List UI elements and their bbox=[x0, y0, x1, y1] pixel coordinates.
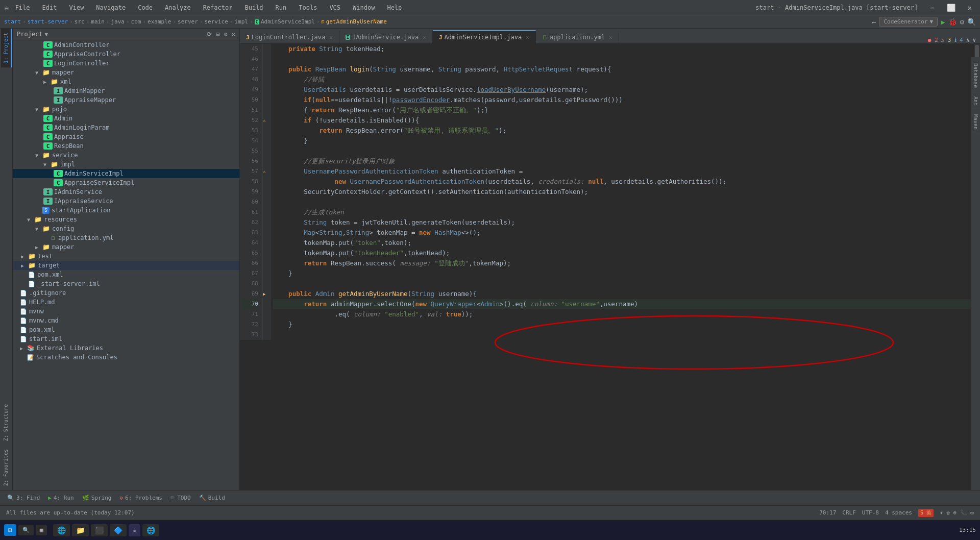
code-editor[interactable]: 45 46 47 48 49 50 51 52 53 54 55 56 57 5… bbox=[240, 44, 980, 490]
menu-help[interactable]: Help bbox=[385, 3, 404, 12]
tree-item-resources[interactable]: ▼ 📁 resources bbox=[13, 215, 239, 224]
tree-item-login-controller[interactable]: C LoginController bbox=[13, 59, 239, 68]
taskbar-vscode[interactable]: 🔷 bbox=[110, 524, 127, 536]
tree-item-respbean[interactable]: C RespBean bbox=[13, 141, 239, 151]
menu-build[interactable]: Build bbox=[242, 3, 265, 12]
taskbar-terminal[interactable]: ⬛ bbox=[91, 524, 108, 536]
find-button[interactable]: 🔍 3: Find bbox=[4, 494, 43, 502]
menu-refactor[interactable]: Refactor bbox=[201, 3, 235, 12]
taskbar-search[interactable]: 🔍 bbox=[18, 525, 34, 535]
tree-item-start-iml[interactable]: 📄 start.iml bbox=[13, 334, 239, 343]
collapse-icon[interactable]: ⊟ bbox=[216, 31, 219, 38]
crumb-impl[interactable]: impl bbox=[234, 18, 248, 25]
crumb-example[interactable]: example bbox=[148, 18, 171, 25]
crumb-com[interactable]: com bbox=[131, 18, 141, 25]
maven-panel[interactable]: Maven bbox=[972, 110, 979, 134]
tab-close-admin[interactable]: ✕ bbox=[526, 34, 529, 41]
crumb-method[interactable]: m getAdminByUserName bbox=[322, 18, 387, 25]
back-icon[interactable]: ← bbox=[872, 18, 876, 26]
tab-application-yml[interactable]: 🗒 application.yml ✕ bbox=[536, 30, 619, 43]
tree-item-admin-controller[interactable]: C AdminController bbox=[13, 40, 239, 50]
tab-login-controller[interactable]: J LoginController.java ✕ bbox=[240, 30, 339, 43]
taskbar-explorer[interactable]: 📁 bbox=[72, 524, 89, 536]
tab-admin-service-impl[interactable]: J AdminServiceImpl.java ✕ bbox=[433, 30, 536, 43]
tree-item-appraise-service-impl[interactable]: C AppraiseServiceImpl bbox=[13, 178, 239, 187]
tree-item-admin-mapper[interactable]: I AdminMapper bbox=[13, 86, 239, 95]
tab-close-login[interactable]: ✕ bbox=[329, 34, 333, 41]
taskbar-edge[interactable]: 🌐 bbox=[53, 524, 70, 536]
line-ending[interactable]: CRLF bbox=[842, 509, 856, 516]
tree-item-help-md[interactable]: 📄 HELP.md bbox=[13, 298, 239, 307]
crumb-java[interactable]: java bbox=[111, 18, 125, 25]
tree-item-scratches[interactable]: 📝 Scratches and Consoles bbox=[13, 353, 239, 362]
menu-view[interactable]: View bbox=[67, 3, 86, 12]
spring-button[interactable]: 🌿 Spring bbox=[79, 494, 115, 502]
tree-item-appraise-controller[interactable]: C AppraiseController bbox=[13, 50, 239, 59]
menu-edit[interactable]: Edit bbox=[40, 3, 59, 12]
tree-item-mapper[interactable]: ▼ 📁 mapper bbox=[13, 68, 239, 77]
sidebar-dropdown[interactable]: ▼ bbox=[45, 31, 48, 38]
crumb-service[interactable]: service bbox=[204, 18, 228, 25]
tree-item-admin-service-impl[interactable]: C AdminServiceImpl bbox=[13, 169, 239, 178]
tab-close-yml[interactable]: ✕ bbox=[609, 34, 612, 41]
tree-item-start-application[interactable]: S startApplication bbox=[13, 206, 239, 215]
crumb-start-server[interactable]: start-server bbox=[28, 18, 68, 25]
nav-up[interactable]: ∧ bbox=[966, 37, 970, 43]
tab-close-iadmin[interactable]: ✕ bbox=[423, 34, 426, 41]
maximize-button[interactable]: ⬜ bbox=[943, 3, 960, 13]
todo-button[interactable]: ≡ TODO bbox=[167, 494, 194, 502]
tree-item-test[interactable]: ▶ 📁 test bbox=[13, 252, 239, 261]
tree-item-admin[interactable]: C Admin bbox=[13, 114, 239, 123]
left-tab-structure[interactable]: Z: Structure bbox=[1, 400, 12, 445]
code-lines[interactable]: private String tokenHead; public RespBea… bbox=[271, 44, 980, 340]
crumb-server[interactable]: server bbox=[178, 18, 198, 25]
problems-button[interactable]: ⊘ 6: Problems bbox=[116, 494, 165, 502]
indent-info[interactable]: 4 spaces bbox=[885, 509, 912, 516]
tree-item-mvnw[interactable]: 📄 mvnw bbox=[13, 307, 239, 316]
tree-item-pom-xml2[interactable]: 📄 pom.xml bbox=[13, 325, 239, 334]
tree-item-gitignore[interactable]: 📄 .gitignore bbox=[13, 288, 239, 298]
sync-icon[interactable]: ⟳ bbox=[207, 31, 212, 38]
tree-item-appraise-mapper[interactable]: I AppraiseMapper bbox=[13, 95, 239, 105]
more-icon[interactable]: ⚙ bbox=[960, 18, 964, 26]
taskbar-view[interactable]: ▦ bbox=[36, 525, 47, 535]
tree-item-pom-xml[interactable]: 📄 pom.xml bbox=[13, 270, 239, 279]
menu-code[interactable]: Code bbox=[136, 3, 155, 12]
tree-item-config[interactable]: ▼ 📁 config bbox=[13, 224, 239, 233]
left-tab-favorites[interactable]: 2: Favorites bbox=[1, 445, 12, 490]
debug-icon[interactable]: 🐞 bbox=[948, 18, 957, 26]
crumb-main[interactable]: main bbox=[91, 18, 105, 25]
tree-item-mapper2[interactable]: ▶ 📁 mapper bbox=[13, 242, 239, 252]
crumb-start[interactable]: start bbox=[4, 18, 21, 25]
minimize-button[interactable]: − bbox=[926, 3, 938, 13]
search-icon[interactable]: 🔍 bbox=[967, 18, 976, 26]
tree-item-appraise[interactable]: C Appraise bbox=[13, 132, 239, 141]
taskbar-intellij[interactable]: ☕ bbox=[129, 524, 140, 536]
tree-item-external-libraries[interactable]: ▶ 📚 External Libraries bbox=[13, 343, 239, 353]
taskbar-chrome[interactable]: 🌐 bbox=[142, 524, 159, 536]
tree-item-target[interactable]: ▶ 📁 target bbox=[13, 261, 239, 270]
tree-item-iadmin-service[interactable]: I IAdminService bbox=[13, 187, 239, 197]
database-panel[interactable]: Database bbox=[972, 59, 979, 92]
menu-navigate[interactable]: Navigate bbox=[94, 3, 128, 12]
tree-item-application-yml[interactable]: 🗒 application.yml bbox=[13, 233, 239, 242]
close-button[interactable]: ✕ bbox=[964, 3, 976, 13]
tree-item-start-server-iml[interactable]: 📄 _start-server.iml bbox=[13, 279, 239, 288]
code-generator-dropdown[interactable]: CodeGenerator ▼ bbox=[879, 17, 938, 27]
build-button[interactable]: 🔨 Build bbox=[196, 494, 228, 502]
menu-run[interactable]: Run bbox=[274, 3, 289, 12]
tree-item-xml[interactable]: ▶ 📁 xml bbox=[13, 77, 239, 86]
menu-window[interactable]: Window bbox=[351, 3, 377, 12]
taskbar-start[interactable]: ⊞ bbox=[4, 524, 16, 536]
left-tab-project[interactable]: 1: Project bbox=[1, 29, 12, 67]
tree-item-pojo[interactable]: ▼ 📁 pojo bbox=[13, 105, 239, 114]
tree-item-impl[interactable]: ▼ 📁 impl bbox=[13, 160, 239, 169]
run-icon[interactable]: ▶ bbox=[941, 18, 945, 26]
crumb-classname[interactable]: C AdminServiceImpl bbox=[255, 18, 315, 25]
run-button[interactable]: ▶ 4: Run bbox=[45, 494, 77, 502]
crumb-src[interactable]: src bbox=[75, 18, 85, 25]
menu-analyze[interactable]: Analyze bbox=[163, 3, 193, 12]
hide-icon[interactable]: ✕ bbox=[232, 31, 235, 38]
tab-iadmin-service[interactable]: I IAdminService.java ✕ bbox=[339, 30, 433, 43]
settings-icon[interactable]: ⚙ bbox=[224, 31, 228, 38]
